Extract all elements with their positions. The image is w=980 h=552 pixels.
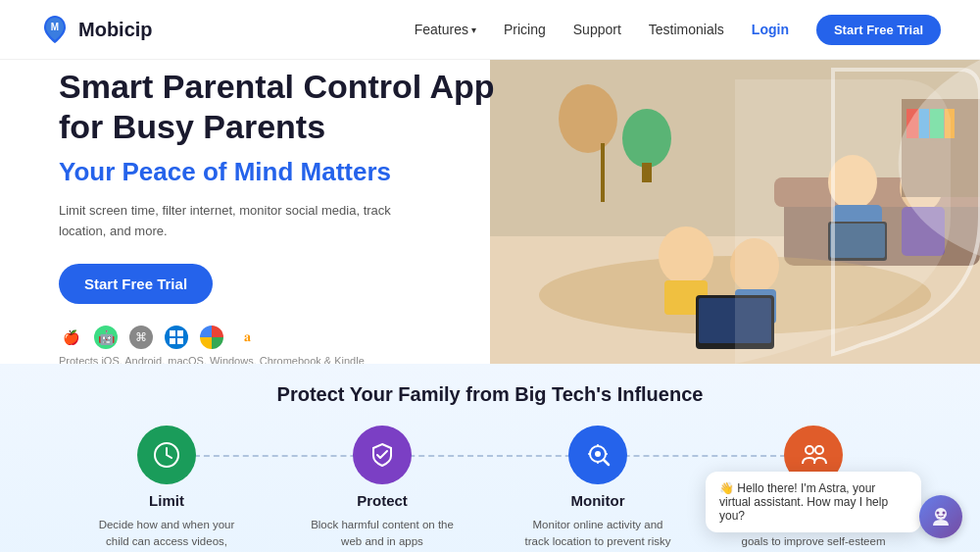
nav-support[interactable]: Support: [573, 22, 621, 37]
chat-message: 👋 Hello there! I'm Astra, your virtual a…: [719, 481, 888, 523]
svg-rect-2: [177, 330, 183, 336]
platform-text: Protects iOS, Android, macOS, Windows, C…: [59, 355, 529, 364]
svg-point-34: [595, 451, 601, 457]
chrome-platform-icon: [200, 326, 223, 349]
svg-rect-3: [170, 338, 175, 344]
svg-text:M: M: [51, 22, 59, 32]
monitor-label: Monitor: [571, 492, 625, 509]
limit-icon: [152, 440, 181, 470]
mobicip-logo-icon: M: [39, 14, 71, 45]
svg-point-42: [937, 512, 940, 515]
hero-subtitle: Your Peace of Mind Matters: [59, 157, 529, 187]
feature-limit: Limit Decide how and when your child can…: [88, 426, 245, 552]
svg-rect-24: [642, 163, 652, 182]
hero-content: Smart Parental Control App for Busy Pare…: [59, 67, 529, 364]
windows-platform-icon: [165, 326, 188, 349]
monitor-icon: [583, 440, 612, 470]
chevron-down-icon: ▾: [471, 25, 476, 35]
hero-description: Limit screen time, filter internet, moni…: [59, 201, 392, 242]
monitor-description: Monitor online activity and track locati…: [519, 517, 676, 552]
svg-point-40: [815, 446, 823, 454]
apple-platform-icon: 🍎: [59, 326, 82, 349]
features-title: Protect Your Family from Big Tech's Infl…: [39, 383, 941, 406]
chat-bubble: 👋 Hello there! I'm Astra, your virtual a…: [706, 472, 921, 532]
main-nav: Features ▾ Pricing Support Testimonials …: [415, 15, 941, 45]
svg-point-26: [659, 226, 713, 285]
login-link[interactable]: Login: [752, 22, 789, 37]
limit-icon-circle: [137, 426, 196, 484]
android-platform-icon: 🤖: [94, 326, 118, 349]
svg-point-43: [943, 512, 946, 515]
svg-point-41: [935, 508, 947, 520]
header: M Mobicip Features ▾ Pricing Support Tes…: [0, 0, 980, 60]
svg-rect-4: [177, 338, 183, 344]
platform-icons-row: 🍎 🤖 ⌘ 𝐚: [59, 326, 529, 349]
svg-point-8: [559, 84, 617, 153]
nav-pricing[interactable]: Pricing: [504, 22, 546, 37]
svg-point-23: [622, 109, 671, 168]
hero-background-svg: [490, 60, 980, 364]
mac-platform-icon: ⌘: [129, 326, 153, 349]
nav-testimonials[interactable]: Testimonials: [649, 22, 724, 37]
chat-avatar-button[interactable]: [919, 495, 962, 538]
hero-image: [490, 60, 980, 364]
feature-protect: Protect Block harmful content on the web…: [304, 426, 461, 551]
chat-bot-icon: [928, 504, 954, 529]
feature-monitor: Monitor Monitor online activity and trac…: [519, 426, 676, 552]
logo[interactable]: M Mobicip: [39, 14, 153, 45]
limit-description: Decide how and when your child can acces…: [88, 517, 245, 552]
svg-rect-9: [601, 143, 605, 202]
hero-section: Smart Parental Control App for Busy Pare…: [0, 60, 980, 364]
monitor-icon-circle: [568, 426, 627, 484]
svg-rect-1: [170, 330, 175, 336]
hero-title: Smart Parental Control App for Busy Pare…: [59, 67, 529, 147]
nav-features[interactable]: Features ▾: [415, 22, 476, 37]
start-free-trial-nav-button[interactable]: Start Free Trial: [816, 15, 941, 45]
protect-icon: [368, 440, 397, 470]
svg-point-39: [806, 446, 813, 454]
logo-text: Mobicip: [78, 19, 153, 41]
protect-label: Protect: [357, 492, 408, 509]
start-free-trial-hero-button[interactable]: Start Free Trial: [59, 264, 213, 304]
collaborate-icon: [799, 440, 828, 470]
protect-icon-circle: [353, 426, 412, 484]
limit-label: Limit: [149, 492, 184, 509]
amazon-platform-icon: 𝐚: [235, 326, 259, 349]
protect-description: Block harmful content on the web and in …: [304, 517, 461, 551]
